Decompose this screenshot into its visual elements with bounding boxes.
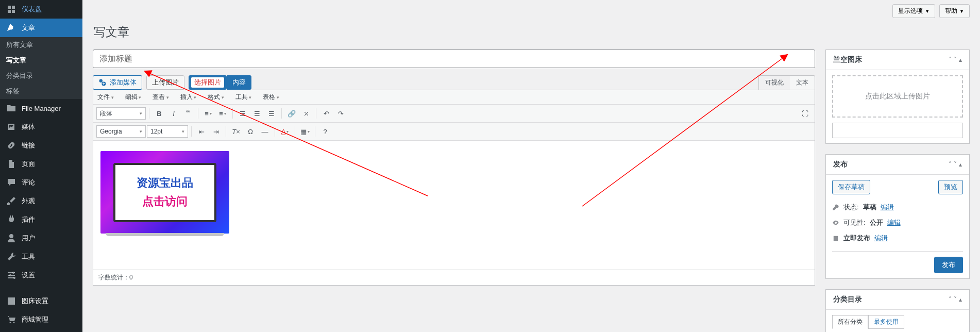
indent-button[interactable]: ⇥ bbox=[209, 125, 223, 138]
numbered-list-button[interactable]: ≡ bbox=[216, 107, 229, 120]
cat-tab-most[interactable]: 最多使用 bbox=[868, 315, 904, 329]
comment-icon bbox=[6, 177, 16, 188]
table-button[interactable]: ▦ bbox=[298, 125, 312, 138]
help-icon-button[interactable]: ? bbox=[318, 125, 332, 138]
svg-point-1 bbox=[9, 274, 11, 276]
box-down-icon[interactable]: ˅ bbox=[954, 56, 957, 63]
media-plus-icon bbox=[98, 78, 107, 87]
upload-dropzone[interactable]: 点击此区域上传图片 bbox=[832, 75, 963, 118]
edit-visibility-link[interactable]: 编辑 bbox=[887, 218, 901, 227]
box-up-icon[interactable]: ˄ bbox=[949, 56, 952, 63]
menu-plugins[interactable]: 插件 bbox=[0, 210, 82, 229]
preview-button[interactable]: 预览 bbox=[938, 180, 963, 194]
redo-button[interactable]: ↷ bbox=[334, 107, 347, 120]
align-right-button[interactable]: ☰ bbox=[265, 107, 278, 120]
font-size-select[interactable]: 12pt bbox=[147, 125, 188, 138]
bullet-list-button[interactable]: ≡ bbox=[201, 107, 215, 120]
menu-comments[interactable]: 评论 bbox=[0, 173, 82, 192]
mce-menu-edit[interactable]: 编辑 bbox=[125, 93, 142, 102]
svg-point-2 bbox=[13, 277, 15, 279]
text-color-button[interactable]: A bbox=[278, 125, 292, 138]
menu-tools[interactable]: 工具 bbox=[0, 247, 82, 266]
font-family-select[interactable]: Georgia bbox=[96, 125, 146, 138]
mce-toolbar-1: 段落 B I “ ≡ ≡ ☰ ☰ ☰ 🔗 ⤫ bbox=[93, 105, 815, 123]
schedule-row: 立即发布 编辑 bbox=[832, 230, 963, 246]
menu-posts[interactable]: 文章 bbox=[0, 19, 82, 37]
mce-menu-view[interactable]: 查看 bbox=[153, 93, 169, 102]
mce-menu-file[interactable]: 文件 bbox=[97, 93, 114, 102]
plug-icon bbox=[6, 214, 16, 225]
align-left-button[interactable]: ☰ bbox=[236, 107, 249, 120]
mce-menu-table[interactable]: 表格 bbox=[263, 93, 279, 102]
category-box-title: 分类目录 bbox=[833, 295, 862, 304]
box-toggle-icon[interactable]: ▴ bbox=[959, 296, 962, 303]
sub-categories[interactable]: 分类目录 bbox=[0, 68, 82, 84]
content-image: 资源宝出品 点击访问 bbox=[100, 151, 229, 234]
hr-button[interactable]: — bbox=[258, 125, 272, 138]
screen-options-button[interactable]: 显示选项▼ bbox=[892, 4, 935, 18]
menu-appearance[interactable]: 外观 bbox=[0, 192, 82, 210]
admin-sidebar: 仪表盘 文章 所有文章 写文章 分类目录 标签 File Manager 媒体 … bbox=[0, 0, 82, 332]
box-up-icon[interactable]: ˄ bbox=[949, 296, 952, 303]
save-draft-button[interactable]: 保存草稿 bbox=[832, 180, 870, 194]
menu-mall[interactable]: 商城管理 bbox=[0, 310, 82, 329]
box-down-icon[interactable]: ˅ bbox=[954, 161, 957, 168]
publish-button[interactable]: 发布 bbox=[934, 257, 963, 273]
edit-schedule-link[interactable]: 编辑 bbox=[874, 234, 888, 243]
menu-file-manager[interactable]: File Manager bbox=[0, 99, 82, 118]
imgbed-url-input[interactable] bbox=[832, 123, 963, 138]
tab-text[interactable]: 文本 bbox=[790, 76, 815, 90]
dashboard-icon bbox=[6, 4, 16, 14]
image-icon bbox=[6, 296, 16, 306]
unlink-button[interactable]: ⤫ bbox=[299, 107, 313, 120]
upload-image-button[interactable]: 上传图片 bbox=[146, 75, 184, 90]
imgbed-box-title: 兰空图床 bbox=[833, 55, 862, 64]
page-icon bbox=[6, 159, 16, 169]
help-button[interactable]: 帮助▼ bbox=[939, 4, 970, 18]
box-toggle-icon[interactable]: ▴ bbox=[959, 161, 962, 168]
content-area: 显示选项▼ 帮助▼ 写文章 添加媒体 上传图片 选择图片 内容 可视化 文本 bbox=[82, 0, 980, 332]
menu-media[interactable]: 媒体 bbox=[0, 118, 82, 136]
select-image-button[interactable]: 选择图片 bbox=[189, 75, 227, 90]
fullscreen-button[interactable]: ⛶ bbox=[798, 107, 812, 120]
menu-links[interactable]: 链接 bbox=[0, 136, 82, 155]
bold-button[interactable]: B bbox=[153, 107, 166, 120]
brush-icon bbox=[6, 196, 16, 206]
box-up-icon[interactable]: ˄ bbox=[949, 161, 952, 168]
editor-content-area[interactable]: 资源宝出品 点击访问 bbox=[93, 141, 815, 270]
sub-tags[interactable]: 标签 bbox=[0, 84, 82, 99]
add-media-button[interactable]: 添加媒体 bbox=[93, 75, 142, 90]
publish-box-title: 发布 bbox=[833, 160, 848, 169]
svg-point-0 bbox=[12, 272, 14, 274]
menu-dashboard[interactable]: 仪表盘 bbox=[0, 0, 82, 19]
box-down-icon[interactable]: ˅ bbox=[954, 296, 957, 303]
undo-button[interactable]: ↶ bbox=[319, 107, 333, 120]
mce-menu-format[interactable]: 格式 bbox=[208, 93, 224, 102]
menu-settings[interactable]: 设置 bbox=[0, 266, 82, 285]
mce-menu-tools[interactable]: 工具 bbox=[235, 93, 252, 102]
cat-tab-all[interactable]: 所有分类 bbox=[832, 315, 868, 329]
tab-visual[interactable]: 可视化 bbox=[759, 76, 790, 90]
blockquote-button[interactable]: “ bbox=[181, 107, 195, 120]
special-char-button[interactable]: Ω bbox=[244, 125, 257, 138]
outdent-button[interactable]: ⇤ bbox=[195, 125, 208, 138]
format-select[interactable]: 段落 bbox=[96, 107, 146, 120]
edit-status-link[interactable]: 编辑 bbox=[881, 203, 894, 212]
mce-menu-insert[interactable]: 插入 bbox=[180, 93, 197, 102]
menu-imgbed-settings[interactable]: 图床设置 bbox=[0, 292, 82, 310]
align-center-button[interactable]: ☰ bbox=[250, 107, 264, 120]
insert-content-button[interactable]: 内容 bbox=[227, 75, 251, 90]
key-icon bbox=[832, 204, 839, 211]
link-button[interactable]: 🔗 bbox=[285, 107, 298, 120]
menu-users[interactable]: 用户 bbox=[0, 229, 82, 247]
calendar-icon bbox=[832, 235, 839, 242]
sub-all-posts[interactable]: 所有文章 bbox=[0, 37, 82, 53]
sub-new-post[interactable]: 写文章 bbox=[0, 53, 82, 68]
post-title-input[interactable] bbox=[93, 49, 815, 68]
box-toggle-icon[interactable]: ▴ bbox=[959, 56, 962, 63]
clear-format-button[interactable]: T× bbox=[229, 125, 243, 138]
page-title: 写文章 bbox=[94, 24, 970, 40]
italic-button[interactable]: I bbox=[167, 107, 180, 120]
menu-pages[interactable]: 页面 bbox=[0, 155, 82, 173]
eye-icon bbox=[832, 219, 839, 226]
